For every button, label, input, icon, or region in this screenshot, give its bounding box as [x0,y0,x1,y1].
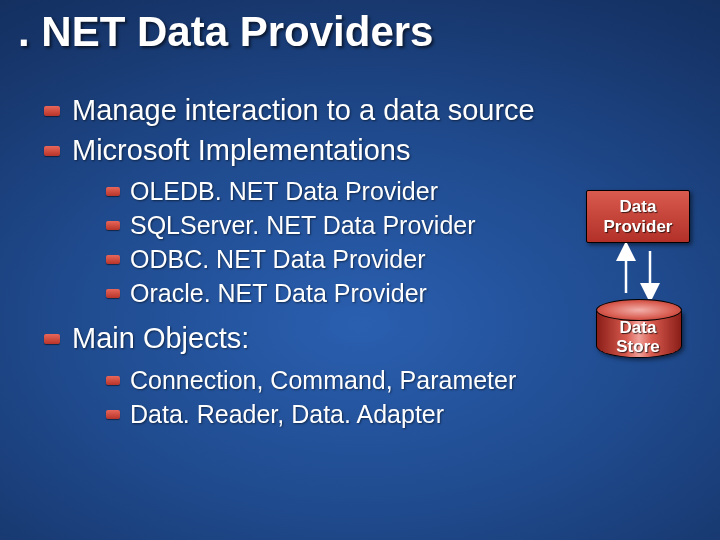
diagram-cylinder-store: Data Store [596,299,680,358]
diagram: Data Provider Data [578,190,698,358]
diagram-box-line: Data [620,197,657,216]
bullet-text: Microsoft Implementations [72,134,410,166]
bullet-icon [44,106,60,116]
bullet-item: Manage interaction to a data source [44,92,710,130]
double-arrow-icon [578,243,698,299]
bullet-icon [106,255,120,264]
sub-bullet-text: Data. Reader, Data. Adapter [130,400,444,428]
bullet-icon [106,289,120,298]
bullet-icon [106,187,120,196]
sub-bullet-text: Oracle. NET Data Provider [130,279,427,307]
cylinder-label-line: Data [620,318,657,337]
bullet-icon [44,334,60,344]
bullet-icon [106,376,120,385]
diagram-arrows [578,243,698,299]
diagram-box-provider: Data Provider [586,190,690,243]
diagram-box-line: Provider [604,217,673,236]
cylinder-label-line: Store [616,337,659,356]
bullet-icon [106,410,120,419]
sub-bullet-text: SQLServer. NET Data Provider [130,211,476,239]
sub-bullet-list: Connection, Command, Parameter Data. Rea… [106,364,710,432]
sub-bullet-item: Data. Reader, Data. Adapter [106,398,710,432]
cylinder-label: Data Store [596,319,680,356]
sub-bullet-item: Connection, Command, Parameter [106,364,710,398]
bullet-text: Manage interaction to a data source [72,94,535,126]
slide-title: . NET Data Providers [18,8,433,56]
bullet-icon [106,221,120,230]
slide: . NET Data Providers Manage interaction … [0,0,720,540]
bullet-icon [44,146,60,156]
bullet-text: Main Objects: [72,322,249,354]
sub-bullet-text: ODBC. NET Data Provider [130,245,425,273]
sub-bullet-text: Connection, Command, Parameter [130,366,516,394]
sub-bullet-text: OLEDB. NET Data Provider [130,177,438,205]
